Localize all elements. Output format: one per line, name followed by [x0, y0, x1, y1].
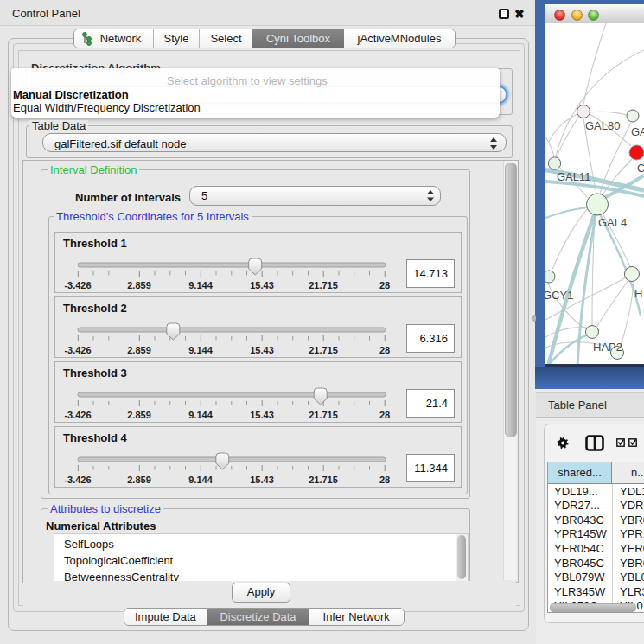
svg-text:GAL80: GAL80: [585, 119, 620, 132]
svg-text:GAL4: GAL4: [598, 216, 627, 229]
svg-text:HAP2: HAP2: [593, 341, 622, 354]
svg-text:H: H: [634, 287, 642, 300]
svg-text:GAL11: GAL11: [557, 170, 591, 183]
svg-text:GCY1: GCY1: [545, 289, 573, 302]
svg-text:C: C: [637, 162, 644, 175]
svg-text:GA: GA: [631, 125, 644, 138]
